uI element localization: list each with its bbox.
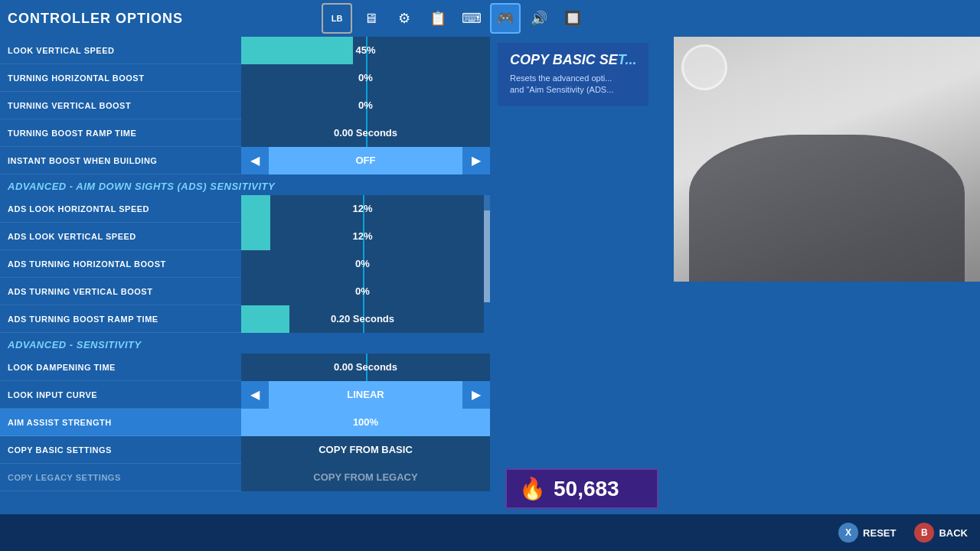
- slider-ads-look-horizontal-speed[interactable]: 12%: [241, 195, 484, 223]
- controller-shape: [689, 135, 965, 282]
- setting-value-copy-legacy-settings: COPY FROM LEGACY: [241, 464, 490, 491]
- setting-label-ads-turning-vertical-boost: ADS TURNING VERTICAL BOOST: [0, 287, 241, 296]
- setting-row-aim-assist-strength[interactable]: AIM ASSIST STRENGTH 100%: [0, 409, 490, 436]
- nav-icon-accessibility[interactable]: 🔲: [557, 3, 588, 34]
- slider-fill-ads-look-vertical-speed: [241, 223, 270, 250]
- slider-ads-look-vertical-speed[interactable]: 12%: [241, 223, 484, 250]
- nav-icon-audio[interactable]: 🔊: [524, 3, 554, 34]
- setting-value-ads-look-vertical-speed: 12%: [241, 223, 484, 249]
- setting-row-look-vertical-speed[interactable]: LOOK VERTICAL SPEED 45%: [0, 37, 490, 64]
- setting-row-look-input-curve[interactable]: LOOK INPUT CURVE ◀ LINEAR ▶: [0, 381, 490, 409]
- setting-row-ads-turning-boost-ramp-time[interactable]: ADS TURNING BOOST RAMP TIME 0.20 Seconds: [0, 305, 484, 333]
- slider-ads-turning-horizontal-boost[interactable]: 0%: [241, 250, 484, 278]
- slider-ads-turning-vertical-boost[interactable]: 0%: [241, 278, 484, 305]
- settings-scroll-content: LOOK VERTICAL SPEED 45% TURNING HORIZONT…: [0, 37, 490, 551]
- nav-icon-bar: LB 🖥 ⚙ 📋 ⌨ 🎮 🔊 🔲: [322, 0, 588, 37]
- copy-basic-button[interactable]: COPY FROM BASIC: [241, 436, 490, 464]
- setting-row-ads-look-horizontal-speed[interactable]: ADS LOOK HORIZONTAL SPEED 12%: [0, 195, 484, 223]
- nav-icon-display[interactable]: 🖥: [355, 3, 386, 34]
- toggle-arrow-right-look-input-curve[interactable]: ▶: [462, 381, 490, 409]
- setting-row-copy-legacy-settings[interactable]: COPY LEGACY SETTINGS COPY FROM LEGACY: [0, 464, 490, 491]
- reset-button-icon[interactable]: X: [838, 523, 858, 543]
- setting-value-look-dampening-time: 0.00 Seconds: [241, 354, 490, 380]
- bottom-bar: X RESET B BACK: [0, 514, 980, 551]
- setting-value-ads-look-horizontal-speed: 12%: [241, 195, 484, 222]
- setting-label-look-dampening-time: LOOK DAMPENING TIME: [0, 363, 241, 372]
- settings-list: LOOK VERTICAL SPEED 45% TURNING HORIZONT…: [0, 37, 490, 551]
- slider-value-turning-vertical-boost: 0%: [358, 99, 373, 111]
- nav-icon-keyboard[interactable]: ⌨: [456, 3, 487, 34]
- setting-value-turning-horizontal-boost: 0%: [241, 64, 490, 91]
- reset-button-label: RESET: [863, 527, 896, 539]
- currency-amount: 50,683: [554, 477, 619, 501]
- slider-value-look-dampening-time: 0.00 Seconds: [334, 361, 397, 373]
- setting-row-ads-look-vertical-speed[interactable]: ADS LOOK VERTICAL SPEED 12%: [0, 223, 484, 250]
- setting-row-ads-turning-horizontal-boost[interactable]: ADS TURNING HORIZONTAL BOOST 0%: [0, 250, 484, 278]
- back-action[interactable]: B BACK: [914, 523, 968, 543]
- setting-label-turning-horizontal-boost: TURNING HORIZONTAL BOOST: [0, 73, 241, 83]
- slider-value-turning-boost-ramp-time: 0.00 Seconds: [334, 127, 397, 139]
- setting-row-ads-turning-vertical-boost[interactable]: ADS TURNING VERTICAL BOOST 0%: [0, 278, 484, 305]
- setting-value-ads-turning-horizontal-boost: 0%: [241, 250, 484, 277]
- toggle-value-look-input-curve: LINEAR: [269, 381, 462, 409]
- section-header-sensitivity: ADVANCED - SENSITIVITY: [0, 333, 490, 354]
- slider-value-aim-assist-strength: 100%: [353, 416, 378, 428]
- slider-turning-vertical-boost[interactable]: 0%: [241, 92, 490, 119]
- setting-value-turning-vertical-boost: 0%: [241, 92, 490, 119]
- setting-label-ads-look-horizontal-speed: ADS LOOK HORIZONTAL SPEED: [0, 204, 241, 214]
- toggle-arrow-right-instant-boost[interactable]: ▶: [462, 147, 490, 174]
- camera-feed: [674, 37, 980, 282]
- setting-label-turning-vertical-boost: TURNING VERTICAL BOOST: [0, 101, 241, 110]
- setting-row-turning-horizontal-boost[interactable]: TURNING HORIZONTAL BOOST 0%: [0, 64, 490, 92]
- setting-value-look-input-curve: ◀ LINEAR ▶: [241, 381, 490, 408]
- slider-turning-boost-ramp-time[interactable]: 0.00 Seconds: [241, 119, 490, 147]
- setting-label-ads-look-vertical-speed: ADS LOOK VERTICAL SPEED: [0, 232, 241, 241]
- copy-legacy-button-label: COPY FROM LEGACY: [313, 471, 417, 483]
- setting-row-instant-boost-building[interactable]: INSTANT BOOST WHEN BUILDING ◀ OFF ▶: [0, 147, 490, 174]
- slider-look-vertical-speed[interactable]: 45%: [241, 37, 490, 64]
- setting-label-ads-turning-boost-ramp-time: ADS TURNING BOOST RAMP TIME: [0, 315, 241, 324]
- nav-icon-settings[interactable]: ⚙: [389, 3, 420, 34]
- slider-fill-ads-turning-boost-ramp-time: [241, 305, 289, 333]
- setting-row-turning-vertical-boost[interactable]: TURNING VERTICAL BOOST 0%: [0, 92, 490, 119]
- slider-fill-ads-look-horizontal-speed: [241, 195, 270, 223]
- setting-row-turning-boost-ramp-time[interactable]: TURNING BOOST RAMP TIME 0.00 Seconds: [0, 119, 490, 147]
- toggle-arrow-left-look-input-curve[interactable]: ◀: [241, 381, 269, 409]
- controller-dpad: [681, 44, 727, 90]
- setting-label-ads-turning-horizontal-boost: ADS TURNING HORIZONTAL BOOST: [0, 259, 241, 269]
- nav-icon-controller[interactable]: 🎮: [490, 3, 521, 34]
- toggle-arrow-left-instant-boost[interactable]: ◀: [241, 147, 269, 174]
- copy-legacy-button[interactable]: COPY FROM LEGACY: [241, 464, 490, 491]
- top-nav: CONTROLLER OPTIONS LB 🖥 ⚙ 📋 ⌨ 🎮 🔊 🔲: [0, 0, 980, 37]
- scrollbar-thumb[interactable]: [484, 210, 490, 302]
- setting-row-look-dampening-time[interactable]: LOOK DAMPENING TIME 0.00 Seconds: [0, 354, 490, 381]
- content-area: LOOK VERTICAL SPEED 45% TURNING HORIZONT…: [0, 37, 980, 551]
- slider-aim-assist-strength[interactable]: 100%: [241, 409, 490, 436]
- ads-rows-content: ADS LOOK HORIZONTAL SPEED 12%: [0, 195, 484, 333]
- copy-basic-button-label: COPY FROM BASIC: [318, 444, 413, 455]
- back-button-label: BACK: [939, 527, 968, 539]
- setting-row-copy-basic-settings[interactable]: COPY BASIC SETTINGS COPY FROM BASIC: [0, 436, 490, 464]
- slider-ads-turning-boost-ramp-time[interactable]: 0.20 Seconds: [241, 305, 484, 333]
- slider-value-ads-turning-horizontal-boost: 0%: [355, 258, 370, 269]
- slider-value-turning-horizontal-boost: 0%: [358, 72, 373, 83]
- nav-icon-lb[interactable]: LB: [322, 3, 352, 34]
- nav-icon-layout[interactable]: 📋: [423, 3, 453, 34]
- slider-value-ads-turning-boost-ramp-time: 0.20 Seconds: [331, 313, 394, 324]
- toggle-instant-boost: ◀ OFF ▶: [241, 147, 490, 174]
- back-button-icon[interactable]: B: [914, 523, 934, 543]
- copy-basic-panel-title: COPY BASIC SET...: [510, 52, 636, 68]
- toggle-value-instant-boost: OFF: [269, 147, 462, 174]
- slider-look-dampening-time[interactable]: 0.00 Seconds: [241, 354, 490, 381]
- right-panel: COPY BASIC SET... Resets the advanced op…: [490, 37, 980, 551]
- page-title: CONTROLLER OPTIONS: [8, 11, 183, 27]
- setting-label-look-input-curve: LOOK INPUT CURVE: [0, 390, 241, 399]
- slider-turning-horizontal-boost[interactable]: 0%: [241, 64, 490, 92]
- reset-action[interactable]: X RESET: [838, 523, 896, 543]
- slider-fill-look-vertical-speed: [241, 37, 353, 64]
- setting-label-copy-basic-settings: COPY BASIC SETTINGS: [0, 445, 241, 455]
- setting-value-look-vertical-speed: 45%: [241, 37, 490, 64]
- setting-label-instant-boost-building: INSTANT BOOST WHEN BUILDING: [0, 156, 241, 165]
- slider-value-look-vertical-speed: 45%: [355, 44, 375, 56]
- scrollbar-track[interactable]: [484, 195, 490, 302]
